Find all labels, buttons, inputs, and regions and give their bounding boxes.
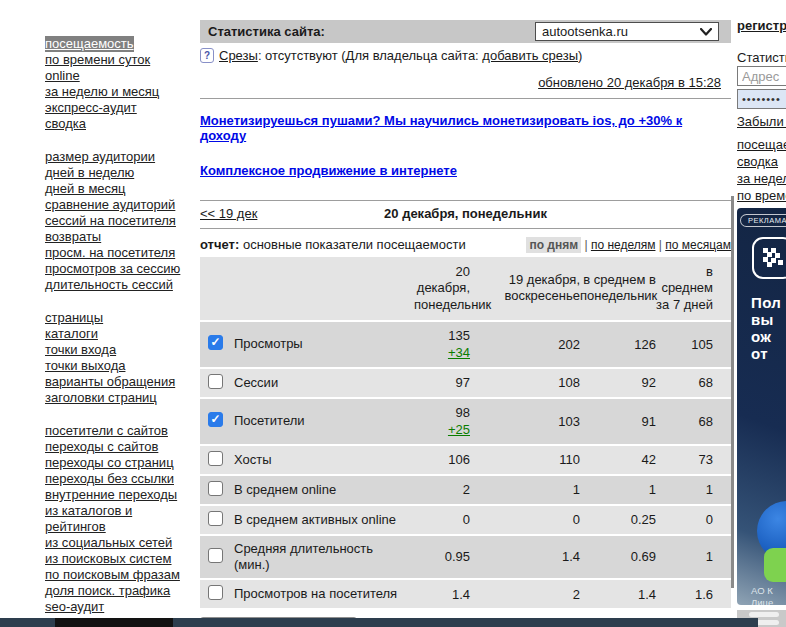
row-checkbox-checked[interactable] (208, 412, 223, 427)
row-value: 105 (656, 336, 713, 354)
row-value: 202 (470, 336, 580, 354)
sidebar-item[interactable]: за неделю и месяц (45, 84, 159, 100)
prev-day-link[interactable]: << 19 дек (200, 206, 257, 221)
divider (200, 200, 731, 201)
row-checkbox[interactable] (208, 585, 223, 600)
sidebar-item[interactable]: сводка (45, 116, 86, 132)
delta-link[interactable]: +34 (414, 344, 470, 362)
row-value: 1 (656, 548, 713, 566)
right-panel-link[interactable]: сводка (737, 153, 786, 170)
row-checkbox[interactable] (208, 548, 223, 563)
row-checkbox-checked[interactable] (208, 335, 223, 350)
report-row: отчет: основные показатели посещаемости … (200, 237, 731, 252)
sidebar-item[interactable]: сессий на посетителя (45, 213, 176, 229)
row-value: 1 (470, 481, 580, 499)
column-header: в среднем в понедельник (580, 272, 656, 305)
slices-link[interactable]: Срезы (219, 48, 258, 63)
sidebar-item[interactable]: по времени суток (45, 52, 150, 68)
right-panel-link[interactable]: по времен (737, 187, 786, 204)
add-slices-link[interactable]: добавить срезы (482, 48, 578, 63)
row-label: Сессии (234, 375, 414, 391)
help-bubble-icon[interactable]: ? (200, 48, 214, 63)
sidebar-item[interactable]: точки выхода (45, 358, 125, 374)
sidebar-item[interactable]: доля поиск. трафика (45, 583, 170, 599)
site-select-dropdown[interactable]: autootsenka.ru (535, 22, 719, 41)
row-checkbox[interactable] (208, 481, 223, 496)
ad-banner[interactable]: РЕКЛАМА Полвыожот АО КЛице (737, 208, 786, 605)
delta-link[interactable]: +25 (414, 421, 470, 439)
column-header: 19 декабря, воскресенье (470, 272, 580, 305)
sidebar-item[interactable]: размер аудитории (45, 149, 155, 165)
sidebar-item[interactable]: внутренние переходы (45, 487, 177, 503)
sidebar-item[interactable]: online (45, 68, 80, 84)
table-row: В среднем online2111 (200, 476, 731, 506)
sidebar-item[interactable]: посещаемость (45, 36, 134, 52)
row-value: 103 (470, 413, 580, 431)
scrollbar-fragment[interactable] (749, 612, 779, 617)
sidebar-item[interactable]: seo-аудит (45, 599, 104, 615)
updated-link[interactable]: обновлено 20 декабря в 15:28 (538, 75, 721, 90)
ad-disclaimer-line: АО К (751, 585, 773, 597)
row-checkbox[interactable] (208, 374, 223, 389)
row-label: Посетители (234, 413, 414, 429)
sidebar-item[interactable]: посетители с сайтов (45, 423, 168, 439)
sidebar-item[interactable]: возвраты (45, 229, 101, 245)
page: посещаемостьпо времени сутокonlineза нед… (0, 0, 786, 627)
ad-text-line: Пол (751, 294, 781, 311)
ad-disclaimer: АО КЛице (751, 585, 773, 605)
right-panel-link[interactable]: за неделю (737, 170, 786, 187)
sidebar-item[interactable]: по поисковым фразам (45, 567, 180, 583)
forgot-password-link[interactable]: Забыли и (737, 114, 786, 129)
sidebar-item[interactable]: переходы с сайтов (45, 439, 158, 455)
sidebar-item[interactable]: просм. на посетителя (45, 245, 175, 261)
register-link[interactable]: регистра (737, 18, 786, 33)
row-value: 126 (580, 336, 656, 354)
stats-login-label: Статистик (737, 50, 786, 65)
sidebar-item[interactable]: заголовки страниц (45, 390, 157, 406)
address-input[interactable] (737, 66, 786, 86)
sidebar-item[interactable]: длительность сессий (45, 277, 173, 293)
row-value: 91 (580, 413, 656, 431)
ad-text: Полвыожот (751, 294, 781, 362)
page-title: Статистика сайта: (208, 24, 325, 39)
row-checkbox[interactable] (208, 511, 223, 526)
sidebar-item[interactable]: экспресс-аудит (45, 100, 137, 116)
row-checkbox[interactable] (208, 451, 223, 466)
sidebar-item[interactable]: переходы со страниц (45, 455, 174, 471)
view-option[interactable]: по месяцам (665, 238, 731, 252)
promo-link-2[interactable]: Комплексное продвижение в интернете (200, 163, 731, 178)
password-input[interactable] (737, 89, 786, 109)
sidebar-item[interactable]: дней в неделю (45, 165, 134, 181)
sidebar-item[interactable]: каталоги (45, 326, 98, 342)
row-value: 1 (656, 481, 713, 499)
view-option[interactable]: по неделям (591, 238, 656, 252)
sidebar-item[interactable]: дней в месяц (45, 181, 126, 197)
table-row: Средняя длительность (мин.)0.951.40.691 (200, 536, 731, 581)
sidebar-item[interactable]: из социальных сетей (45, 535, 172, 551)
row-value: 1.4 (580, 586, 656, 604)
sidebar-item[interactable]: варианты обращения (45, 374, 175, 390)
chevron-down-icon (700, 28, 712, 36)
date-navigation: << 19 дек 20 декабря, понедельник (200, 206, 731, 223)
sidebar-item[interactable]: просмотров за сессию (45, 261, 180, 277)
sidebar-item[interactable]: из поисковых систем (45, 551, 172, 567)
ad-text-line: вы (751, 311, 781, 328)
sidebar-item[interactable]: из каталогов и рейтингов (45, 503, 185, 535)
main-content: Статистика сайта: autootsenka.ru ? Срезы… (200, 0, 731, 627)
row-value: 0.25 (580, 511, 656, 529)
ad-text-line: от (751, 345, 781, 362)
ad-cta-button[interactable] (764, 548, 786, 582)
right-panel-link[interactable]: посещаем (737, 136, 786, 153)
slices-row: ? Срезы: отсутствуют (Для владельца сайт… (200, 48, 731, 63)
sidebar-item[interactable]: переходы без ссылки (45, 471, 174, 487)
ad-logo-icon (752, 237, 786, 279)
site-select-value: autootsenka.ru (542, 24, 628, 39)
sidebar-item[interactable]: сравнение аудиторий (45, 197, 175, 213)
row-value: 68 (656, 413, 713, 431)
sidebar-item[interactable]: точки входа (45, 342, 116, 358)
ad-badge: РЕКЛАМА (740, 214, 786, 227)
view-option[interactable]: по дням (526, 237, 581, 253)
row-label: Просмотры (234, 336, 414, 352)
sidebar-item[interactable]: страницы (45, 310, 103, 326)
promo-link-1[interactable]: Монетизируешься пушами? Мы научились мон… (200, 113, 731, 143)
